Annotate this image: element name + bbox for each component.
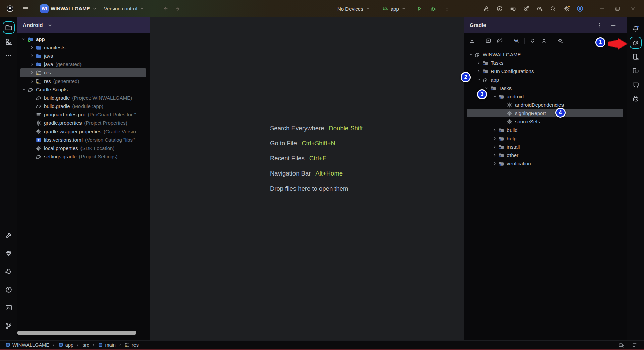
search-tasks-button[interactable] [511, 36, 521, 45]
breadcrumb-item[interactable]: res [125, 342, 139, 348]
vcs-widget[interactable]: Version control [102, 4, 147, 13]
run-button[interactable] [414, 4, 425, 13]
breadcrumb-item[interactable]: WINWALLGAME [5, 342, 49, 348]
minimize-button[interactable] [594, 3, 610, 14]
tree-row[interactable]: manifests [17, 43, 150, 52]
tree-row[interactable]: Tasks [464, 59, 627, 67]
tree-row[interactable]: install [464, 143, 627, 151]
tree-row[interactable]: androidDependencies [464, 101, 627, 109]
gradle-settings-button[interactable] [555, 36, 566, 45]
notifications-bell-tool-button[interactable] [630, 22, 642, 35]
running-devices-tool-button[interactable] [630, 65, 642, 77]
chevron-expanded-icon[interactable] [491, 93, 498, 100]
main-menu-logo-button[interactable] [4, 4, 16, 14]
gemini-chat-tool-button[interactable] [630, 79, 642, 91]
device-manager-tool-button[interactable] [630, 51, 642, 63]
tree-row[interactable]: android [464, 92, 627, 101]
profiler-button[interactable] [494, 4, 505, 14]
chevron-collapsed-icon[interactable] [28, 69, 36, 77]
ai-assistant-robot-button[interactable] [618, 342, 625, 348]
tree-row[interactable]: Tasks [464, 84, 627, 92]
chevron-collapsed-icon[interactable] [491, 152, 498, 159]
problems-tool-button[interactable] [3, 284, 15, 296]
tree-row[interactable]: sourceSets [464, 117, 627, 126]
tree-row[interactable]: gradle-wrapper.properties(Gradle Versio [17, 127, 150, 136]
breadcrumb-item[interactable]: main [98, 342, 115, 348]
chevron-collapsed-icon[interactable] [491, 143, 498, 151]
navigate-forward-button[interactable] [173, 4, 183, 13]
tree-row[interactable]: settings.gradle(Project Settings) [17, 152, 150, 161]
settings-button[interactable] [561, 4, 572, 14]
tree-row[interactable]: build.gradle(Project: WINWALLGAME) [17, 94, 150, 102]
maximize-button[interactable] [610, 3, 625, 14]
tree-row[interactable]: help [464, 134, 627, 143]
chevron-collapsed-icon[interactable] [28, 78, 36, 85]
version-control-branch-tool-button[interactable] [3, 320, 15, 332]
chevron-collapsed-icon[interactable] [491, 135, 498, 142]
logcat-cat-tool-button[interactable] [3, 265, 15, 278]
breadcrumb-item[interactable]: src [83, 342, 89, 348]
sync-all-gradle-button[interactable] [467, 36, 477, 45]
close-button[interactable] [625, 3, 641, 14]
hide-panel-button[interactable] [610, 21, 617, 29]
android-robot-tool-button[interactable] [630, 93, 642, 105]
chevron-expanded-icon[interactable] [475, 76, 482, 84]
tree-row[interactable]: Run Configurations [464, 67, 627, 76]
navigate-back-button[interactable] [160, 4, 170, 13]
profile-avatar-button[interactable] [574, 4, 586, 14]
chevron-collapsed-icon[interactable] [475, 68, 482, 75]
tree-row[interactable]: local.properties(SDK Location) [17, 144, 150, 152]
tree-row[interactable]: verification [464, 159, 627, 168]
tree-row[interactable]: java [17, 52, 150, 60]
tree-row[interactable]: gradle.properties(Project Properties) [17, 119, 150, 127]
main-menu-button[interactable] [20, 4, 31, 13]
sync-gradle-button[interactable] [534, 4, 545, 14]
collapse-all-button[interactable] [539, 36, 549, 45]
more-options-button[interactable] [596, 21, 603, 29]
chevron-expanded-icon[interactable] [20, 86, 28, 93]
tree-row[interactable]: java(generated) [17, 60, 150, 68]
breadcrumb-item[interactable]: app [58, 342, 73, 348]
gradle-elephant-tool-button[interactable] [630, 37, 642, 49]
more-run-options-button[interactable] [442, 4, 452, 13]
search-everywhere-button[interactable] [547, 4, 559, 14]
chevron-collapsed-icon[interactable] [475, 59, 482, 67]
run-configuration-selector[interactable]: app [380, 4, 409, 13]
event-log-button[interactable] [632, 342, 639, 348]
tree-row[interactable]: app [17, 35, 150, 43]
tree-row[interactable]: signingReport [464, 109, 627, 117]
tree-row[interactable]: res(generated) [17, 77, 150, 85]
tree-row[interactable]: res [17, 68, 150, 77]
device-selector[interactable]: No Devices [335, 5, 373, 13]
horizontal-scrollbar[interactable] [17, 331, 136, 335]
chevron-collapsed-icon[interactable] [28, 52, 36, 60]
run-task-button[interactable] [483, 36, 493, 45]
tree-row[interactable]: other [464, 151, 627, 159]
apply-changes-button[interactable] [507, 4, 519, 14]
tree-row[interactable]: WINWALLGAME [464, 50, 627, 59]
app-insights-gem-tool-button[interactable] [3, 247, 15, 259]
expand-all-button[interactable] [528, 36, 538, 45]
terminal-tool-button[interactable] [3, 302, 15, 314]
build-hammer-tool-button[interactable] [3, 229, 15, 241]
more-tool-windows-tool-button[interactable] [3, 50, 15, 62]
tree-row[interactable]: build [464, 126, 627, 134]
tree-row[interactable]: Gradle Scripts [17, 85, 150, 94]
debug-button[interactable] [428, 4, 439, 13]
project-folder-tool-button[interactable] [3, 21, 15, 34]
project-widget[interactable]: WI WINWALLGAME [38, 3, 99, 14]
chevron-collapsed-icon[interactable] [491, 160, 498, 167]
tree-row[interactable]: proguard-rules.pro(ProGuard Rules for ": [17, 110, 150, 119]
tree-row[interactable]: build.gradle(Module :app) [17, 102, 150, 110]
build-run-button[interactable] [480, 4, 492, 14]
attach-debugger-button[interactable] [521, 4, 532, 14]
tree-row[interactable]: libs.versions.toml(Version Catalog "libs… [17, 136, 150, 144]
resource-manager-tool-button[interactable] [3, 36, 15, 48]
chevron-expanded-icon[interactable] [467, 51, 474, 58]
chevron-expanded-icon[interactable] [20, 36, 28, 43]
offline-mode-button[interactable] [495, 36, 505, 45]
chevron-collapsed-icon[interactable] [28, 44, 36, 51]
chevron-collapsed-icon[interactable] [491, 127, 498, 134]
tree-row[interactable]: app [464, 76, 627, 84]
chevron-collapsed-icon[interactable] [28, 61, 36, 68]
